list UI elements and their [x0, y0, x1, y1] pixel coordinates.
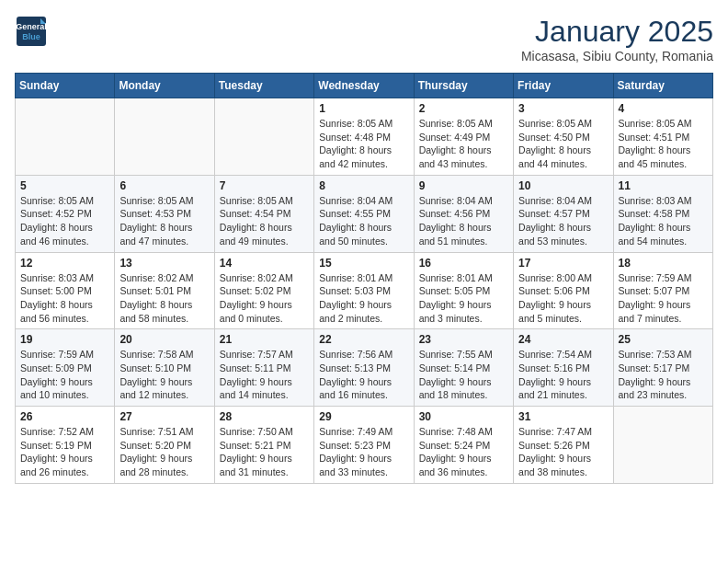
day-info: Sunrise: 8:02 AM Sunset: 5:01 PM Dayligh…	[119, 271, 209, 326]
calendar-cell: 7Sunrise: 8:05 AM Sunset: 4:54 PM Daylig…	[214, 175, 313, 252]
calendar-cell: 29Sunrise: 7:49 AM Sunset: 5:23 PM Dayli…	[314, 407, 414, 484]
calendar-cell: 9Sunrise: 8:04 AM Sunset: 4:56 PM Daylig…	[414, 175, 513, 252]
day-number: 14	[220, 257, 309, 270]
calendar-cell: 15Sunrise: 8:01 AM Sunset: 5:03 PM Dayli…	[314, 252, 414, 329]
day-info: Sunrise: 7:56 AM Sunset: 5:13 PM Dayligh…	[319, 348, 408, 402]
day-info: Sunrise: 8:05 AM Sunset: 4:48 PM Dayligh…	[319, 117, 408, 171]
day-info: Sunrise: 7:52 AM Sunset: 5:19 PM Dayligh…	[20, 425, 109, 479]
calendar-cell: 31Sunrise: 7:47 AM Sunset: 5:26 PM Dayli…	[514, 407, 613, 484]
day-number: 4	[619, 102, 708, 115]
day-info: Sunrise: 8:03 AM Sunset: 5:00 PM Dayligh…	[20, 271, 109, 326]
calendar-cell: 20Sunrise: 7:58 AM Sunset: 5:10 PM Dayli…	[115, 329, 214, 407]
weekday-header: Friday	[514, 74, 613, 98]
day-info: Sunrise: 7:54 AM Sunset: 5:16 PM Dayligh…	[518, 348, 608, 402]
calendar-cell: 25Sunrise: 7:53 AM Sunset: 5:17 PM Dayli…	[613, 329, 712, 407]
page-header: General Blue January 2025 Micasasa, Sibi…	[15, 15, 713, 63]
calendar-cell: 18Sunrise: 7:59 AM Sunset: 5:07 PM Dayli…	[613, 252, 712, 329]
calendar-cell: 14Sunrise: 8:02 AM Sunset: 5:02 PM Dayli…	[214, 252, 313, 329]
weekday-header: Sunday	[16, 74, 115, 98]
day-info: Sunrise: 7:57 AM Sunset: 5:11 PM Dayligh…	[220, 348, 309, 402]
day-number: 1	[319, 102, 408, 115]
weekday-header: Tuesday	[214, 74, 313, 98]
day-info: Sunrise: 8:01 AM Sunset: 5:03 PM Dayligh…	[319, 271, 408, 326]
calendar-cell: 30Sunrise: 7:48 AM Sunset: 5:24 PM Dayli…	[414, 407, 513, 484]
day-number: 8	[319, 179, 408, 192]
calendar-cell: 1Sunrise: 8:05 AM Sunset: 4:48 PM Daylig…	[314, 98, 414, 176]
day-info: Sunrise: 8:01 AM Sunset: 5:05 PM Dayligh…	[419, 271, 508, 326]
day-number: 23	[419, 333, 508, 346]
day-number: 16	[419, 257, 508, 270]
day-number: 18	[619, 257, 708, 270]
weekday-header: Thursday	[414, 74, 513, 98]
logo-icon: General Blue	[15, 15, 48, 48]
calendar-week-row: 1Sunrise: 8:05 AM Sunset: 4:48 PM Daylig…	[16, 98, 713, 176]
calendar-cell	[16, 98, 115, 176]
day-number: 25	[619, 333, 708, 346]
calendar-cell: 27Sunrise: 7:51 AM Sunset: 5:20 PM Dayli…	[115, 407, 214, 484]
day-info: Sunrise: 8:05 AM Sunset: 4:49 PM Dayligh…	[419, 117, 508, 171]
calendar-week-row: 5Sunrise: 8:05 AM Sunset: 4:52 PM Daylig…	[16, 175, 713, 252]
title-block: January 2025 Micasasa, Sibiu County, Rom…	[521, 15, 713, 63]
day-number: 28	[220, 410, 309, 423]
day-info: Sunrise: 8:04 AM Sunset: 4:56 PM Dayligh…	[419, 194, 508, 248]
day-info: Sunrise: 8:00 AM Sunset: 5:06 PM Dayligh…	[518, 271, 608, 326]
calendar-cell: 22Sunrise: 7:56 AM Sunset: 5:13 PM Dayli…	[314, 329, 414, 407]
logo: General Blue	[15, 15, 51, 48]
calendar-cell: 12Sunrise: 8:03 AM Sunset: 5:00 PM Dayli…	[16, 252, 115, 329]
day-info: Sunrise: 8:05 AM Sunset: 4:51 PM Dayligh…	[619, 117, 708, 171]
day-info: Sunrise: 7:47 AM Sunset: 5:26 PM Dayligh…	[518, 425, 608, 479]
day-number: 17	[518, 257, 608, 270]
calendar-cell: 17Sunrise: 8:00 AM Sunset: 5:06 PM Dayli…	[514, 252, 613, 329]
calendar-cell	[115, 98, 214, 176]
day-number: 9	[419, 179, 508, 192]
day-number: 7	[220, 179, 309, 192]
day-number: 5	[20, 179, 109, 192]
day-info: Sunrise: 8:04 AM Sunset: 4:57 PM Dayligh…	[518, 194, 608, 248]
calendar-week-row: 19Sunrise: 7:59 AM Sunset: 5:09 PM Dayli…	[16, 329, 713, 407]
day-info: Sunrise: 7:53 AM Sunset: 5:17 PM Dayligh…	[619, 348, 708, 402]
calendar: SundayMondayTuesdayWednesdayThursdayFrid…	[15, 73, 713, 484]
calendar-cell: 24Sunrise: 7:54 AM Sunset: 5:16 PM Dayli…	[514, 329, 613, 407]
calendar-cell: 21Sunrise: 7:57 AM Sunset: 5:11 PM Dayli…	[214, 329, 313, 407]
day-info: Sunrise: 8:03 AM Sunset: 4:58 PM Dayligh…	[619, 194, 708, 248]
calendar-cell: 16Sunrise: 8:01 AM Sunset: 5:05 PM Dayli…	[414, 252, 513, 329]
day-number: 21	[220, 333, 309, 346]
location: Micasasa, Sibiu County, Romania	[521, 49, 713, 63]
day-info: Sunrise: 7:58 AM Sunset: 5:10 PM Dayligh…	[119, 348, 209, 402]
day-number: 30	[419, 410, 508, 423]
day-number: 26	[20, 410, 109, 423]
calendar-cell: 6Sunrise: 8:05 AM Sunset: 4:53 PM Daylig…	[115, 175, 214, 252]
day-number: 15	[319, 257, 408, 270]
day-number: 31	[518, 410, 608, 423]
calendar-cell: 11Sunrise: 8:03 AM Sunset: 4:58 PM Dayli…	[613, 175, 712, 252]
day-number: 11	[619, 179, 708, 192]
day-number: 24	[518, 333, 608, 346]
day-number: 3	[518, 102, 608, 115]
day-info: Sunrise: 8:02 AM Sunset: 5:02 PM Dayligh…	[220, 271, 309, 326]
day-info: Sunrise: 8:05 AM Sunset: 4:52 PM Dayligh…	[20, 194, 109, 248]
day-number: 27	[119, 410, 209, 423]
month-title: January 2025	[521, 15, 713, 49]
calendar-week-row: 26Sunrise: 7:52 AM Sunset: 5:19 PM Dayli…	[16, 407, 713, 484]
calendar-cell: 3Sunrise: 8:05 AM Sunset: 4:50 PM Daylig…	[514, 98, 613, 176]
weekday-header: Wednesday	[314, 74, 414, 98]
weekday-header: Saturday	[613, 74, 712, 98]
day-info: Sunrise: 7:59 AM Sunset: 5:09 PM Dayligh…	[20, 348, 109, 402]
calendar-cell: 10Sunrise: 8:04 AM Sunset: 4:57 PM Dayli…	[514, 175, 613, 252]
day-number: 22	[319, 333, 408, 346]
calendar-week-row: 12Sunrise: 8:03 AM Sunset: 5:00 PM Dayli…	[16, 252, 713, 329]
calendar-cell: 19Sunrise: 7:59 AM Sunset: 5:09 PM Dayli…	[16, 329, 115, 407]
calendar-cell	[214, 98, 313, 176]
calendar-cell: 8Sunrise: 8:04 AM Sunset: 4:55 PM Daylig…	[314, 175, 414, 252]
day-info: Sunrise: 7:55 AM Sunset: 5:14 PM Dayligh…	[419, 348, 508, 402]
weekday-header: Monday	[115, 74, 214, 98]
day-number: 6	[119, 179, 209, 192]
day-number: 20	[119, 333, 209, 346]
day-number: 10	[518, 179, 608, 192]
day-info: Sunrise: 7:50 AM Sunset: 5:21 PM Dayligh…	[220, 425, 309, 479]
calendar-cell	[613, 407, 712, 484]
day-info: Sunrise: 8:05 AM Sunset: 4:53 PM Dayligh…	[119, 194, 209, 248]
day-number: 2	[419, 102, 508, 115]
calendar-cell: 5Sunrise: 8:05 AM Sunset: 4:52 PM Daylig…	[16, 175, 115, 252]
weekday-header-row: SundayMondayTuesdayWednesdayThursdayFrid…	[16, 74, 713, 98]
